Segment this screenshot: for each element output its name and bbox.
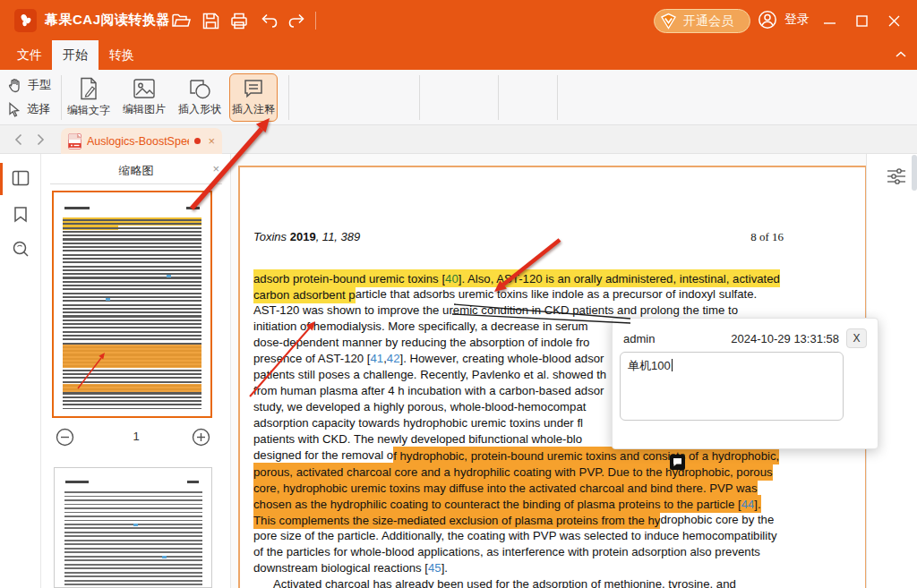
insert-shape-label: 插入形状	[178, 102, 221, 117]
hand-icon	[7, 78, 22, 93]
comment-icon	[242, 78, 265, 99]
collapse-ribbon-icon[interactable]	[894, 48, 908, 61]
tab-scroll-right-icon[interactable]	[31, 132, 49, 148]
thumb-text-lines	[63, 219, 201, 409]
note-timestamp: 2024-10-29 13:31:58	[731, 332, 839, 345]
doc-text-line: core, hydrophobic uremic toxins may diff…	[253, 480, 785, 496]
doc-text-line: of the particles for whole-blood applica…	[253, 544, 785, 560]
thumbnail-current-page: 1	[111, 430, 161, 443]
doc-text-line: This complements the size-mediated exclu…	[253, 512, 785, 528]
bookmark-icon	[13, 206, 28, 223]
thumbnail-panel: 缩略图 × 1	[41, 154, 231, 588]
note-text-value: 单机100	[628, 359, 671, 372]
thumb-header-bar	[187, 481, 199, 483]
insert-shape-icon	[188, 78, 211, 99]
edit-text-icon	[78, 77, 99, 100]
select-tool-button[interactable]: 选择	[7, 101, 50, 117]
tab-scroll-left-icon[interactable]	[9, 132, 27, 148]
insert-note-button[interactable]: 插入注释	[229, 73, 278, 122]
doc-text-line: AST-120 was shown to improve the uremic …	[253, 303, 785, 319]
titlebar-separator	[159, 12, 160, 30]
text-cursor	[672, 359, 673, 371]
tab-home[interactable]: 开始	[52, 40, 99, 70]
scrollbar-thumb[interactable]	[912, 155, 917, 191]
thumb-text-lines	[64, 491, 202, 588]
doc-text-line: downstream biological reactions [45].	[253, 560, 785, 576]
page-thumbnail-1[interactable]	[52, 191, 212, 418]
thumbnail-zoom-in-button[interactable]	[192, 428, 210, 447]
divider	[50, 183, 222, 184]
search-panel-button[interactable]	[11, 239, 30, 259]
thumbnail-pager: 1	[41, 428, 231, 447]
note-popup: admin 2024-10-29 13:31:58 X 单机100	[612, 318, 878, 449]
hand-tool-label: 手型	[28, 77, 51, 93]
app-window: 幕果CAJ阅读转换器 开通会员 登录	[0, 0, 917, 588]
hand-tool-button[interactable]: 手型	[7, 77, 51, 93]
document-tab[interactable]: Auslogics-BoostSpeed-1 ×	[61, 128, 222, 154]
thumb-header-bar	[64, 207, 90, 209]
thumb-link-mark	[167, 275, 171, 277]
thumbnail-panel-title: 缩略图	[41, 163, 231, 179]
thumb-highlight-orange	[63, 384, 201, 392]
note-text-input[interactable]: 单机100	[620, 352, 844, 421]
thumb-header-bar	[186, 207, 200, 209]
tab-convert[interactable]: 转换	[99, 40, 145, 70]
note-close-button[interactable]: X	[846, 328, 867, 348]
select-tool-label: 选择	[27, 101, 50, 117]
thumb-highlight-orange	[63, 345, 201, 368]
titlebar-separator	[315, 12, 316, 30]
doc-text-line: designed for the removal of hydrophobic,…	[253, 447, 785, 464]
left-sidebar	[0, 154, 41, 588]
open-membership-button[interactable]: 开通会员	[654, 9, 750, 33]
toolbar-separator	[557, 75, 558, 120]
page-thumbnail-2[interactable]	[54, 467, 212, 588]
thumbnail-panel-button[interactable]	[11, 168, 30, 188]
title-bar: 幕果CAJ阅读转换器 开通会员 登录	[0, 0, 917, 40]
app-title: 幕果CAJ阅读转换器	[45, 12, 170, 29]
cursor-icon	[7, 102, 21, 117]
bookmarks-panel-button[interactable]	[11, 204, 30, 224]
save-button[interactable]	[199, 11, 222, 30]
toolbar-separator	[288, 75, 289, 120]
thumb-link-mark	[106, 298, 110, 301]
doc-text-line: chosen as the hydrophilic coating to cou…	[253, 496, 785, 512]
redo-button[interactable]	[285, 11, 308, 30]
note-marker-icon[interactable]	[670, 455, 685, 470]
toolbar-separator	[498, 75, 499, 120]
membership-label: 开通会员	[683, 13, 733, 30]
page-header-right: 8 of 16	[253, 230, 784, 244]
close-window-button[interactable]	[883, 11, 904, 30]
toolbar-separator	[61, 75, 62, 120]
edit-text-label: 编辑文字	[67, 103, 110, 118]
ribbon-toolbar: 手型 选择 编辑文字 编辑图片 插入形状 插入注释 1 / 2	[0, 70, 917, 125]
side-panel-icon	[12, 170, 30, 186]
active-panel-indicator	[0, 163, 3, 195]
toolbar-separator	[419, 75, 420, 120]
pdf-file-icon	[68, 133, 81, 149]
thumb-link-mark	[162, 556, 167, 558]
note-author: admin	[623, 332, 655, 345]
tab-file[interactable]: 文件	[7, 40, 52, 70]
undo-button[interactable]	[257, 11, 280, 30]
insert-shape-button[interactable]: 插入形状	[176, 73, 224, 122]
view-settings-button[interactable]	[885, 165, 908, 188]
maximize-button[interactable]	[851, 11, 872, 30]
document-tab-title: Auslogics-BoostSpeed-1	[87, 135, 189, 148]
user-icon	[758, 10, 777, 30]
doc-text-line: pore size of the particle. Additionally,…	[253, 528, 785, 544]
edit-image-button[interactable]: 编辑图片	[120, 73, 168, 122]
insert-note-label: 插入注释	[232, 102, 275, 117]
membership-diamond-icon	[659, 12, 678, 30]
thumbnail-zoom-out-button[interactable]	[56, 428, 74, 447]
ribbon-tab-bar: 文件 开始 转换	[0, 40, 917, 70]
thumbnail-panel-close-icon[interactable]: ×	[212, 162, 219, 175]
doc-text-line: carbon adsorbent particle that adsorbs u…	[253, 286, 785, 303]
minimize-button[interactable]	[818, 11, 840, 30]
print-button[interactable]	[227, 11, 251, 30]
app-logo-icon	[14, 9, 37, 32]
open-file-button[interactable]	[169, 11, 193, 30]
thumb-link-mark	[133, 524, 138, 526]
edit-text-button[interactable]: 编辑文字	[64, 73, 113, 122]
document-tab-close-icon[interactable]: ×	[208, 134, 215, 148]
login-button[interactable]: 登录	[758, 10, 810, 30]
